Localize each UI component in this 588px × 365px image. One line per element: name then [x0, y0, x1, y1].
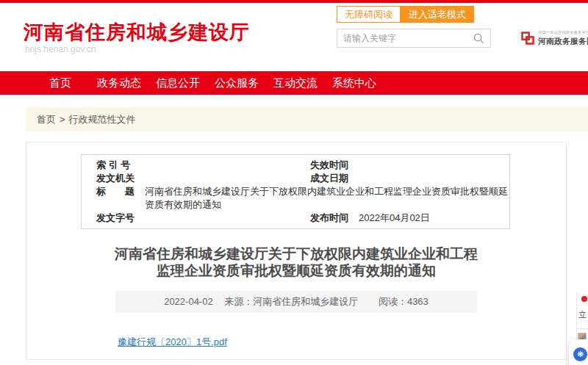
table-row: 索 引 号 失效时间	[82, 159, 509, 172]
divider	[576, 328, 588, 329]
doc-number-value	[135, 212, 145, 225]
search-box	[337, 29, 491, 48]
index-number-label: 索 引 号	[82, 159, 130, 172]
breadcrumb-home-link[interactable]: 首页	[37, 114, 56, 125]
nav-item-system-center[interactable]: 系统中心	[325, 76, 384, 90]
attachment-row: 豫建行规〔2020〕1号.pdf	[118, 335, 566, 349]
document-info-table: 索 引 号 失效时间 发文机关 成文日期 标 题 河南省住房和城乡建设厅关于下放…	[81, 154, 510, 229]
index-number-value	[130, 159, 140, 172]
doc-number-label: 发文字号	[82, 212, 135, 225]
gov-service-emblem-icon	[520, 31, 535, 46]
doc-title-value: 河南省住房和城乡建设厅关于下放权限内建筑业企业和工程监理企业资质审批权暨顺延资质…	[135, 185, 509, 212]
article-date: 2022-04-02	[164, 296, 213, 307]
floating-app-widget[interactable]: ❋	[569, 339, 588, 365]
written-date-label: 成文日期	[295, 172, 348, 185]
table-row: 标 题 河南省住房和城乡建设厅关于下放权限内建筑业企业和工程监理企业资质审批权暨…	[82, 185, 509, 212]
publish-time-label: 发布时间	[295, 212, 348, 225]
document-card: 索 引 号 失效时间 发文机关 成文日期 标 题 河南省住房和城乡建设厅关于下放…	[26, 142, 567, 360]
article-source: 来源：河南省住房和城乡建设厅	[224, 296, 358, 307]
search-icon[interactable]	[473, 33, 484, 44]
main-nav: 首页 政务动态 信息公开 公众服务 互动交流 系统中心	[0, 71, 588, 95]
notification-dot-icon	[581, 296, 587, 302]
table-row: 发文字号 发布时间 2022年04月02日	[82, 212, 509, 225]
article-title-line1: 河南省住房和城乡建设厅关于下放权限内建筑业企业和工程	[115, 246, 478, 261]
gov-site-text: 河南政务服务网	[538, 36, 588, 47]
issuing-agency-label: 发文机关	[82, 172, 135, 185]
gov-service-logo[interactable]: 全国一体化在线政务服务平台 河南政务服务网	[520, 29, 588, 47]
article-views: 阅读：4363	[379, 296, 429, 307]
expiry-time-label: 失效时间	[295, 159, 348, 172]
nav-item-public-service[interactable]: 公众服务	[207, 76, 266, 90]
site-url: hnjs.henan.gov.cn	[25, 44, 96, 54]
nav-item-home[interactable]: 首页	[31, 76, 90, 90]
issuing-agency-value	[135, 172, 145, 185]
breadcrumb-separator: >	[60, 114, 65, 125]
expiry-time-value	[348, 159, 359, 172]
doc-title-label: 标 题	[82, 185, 135, 212]
article-meta-bar: 2022-04-02 来源：河南省住房和城乡建设厅 阅读：4363	[115, 291, 477, 313]
breadcrumb-current: 行政规范性文件	[69, 114, 136, 125]
header-controls: 无障碍阅读 进入适老模式 全国一体化在线政务服务平台 河南政务服务网	[337, 6, 491, 48]
publish-time-value: 2022年04月02日	[348, 212, 430, 225]
breadcrumb: 首页>行政规范性文件	[26, 107, 588, 131]
blue-app-icon: ❋	[573, 347, 587, 361]
site-title: 河南省住房和城乡建设厅	[24, 19, 250, 46]
nav-item-interaction[interactable]: 互动交流	[266, 76, 325, 90]
nav-item-info-disclosure[interactable]: 信息公开	[148, 76, 207, 90]
attachment-pdf-link[interactable]: 豫建行规〔2020〕1号.pdf	[118, 336, 227, 347]
elder-mode-button[interactable]: 进入适老模式	[401, 6, 474, 23]
search-input[interactable]	[337, 29, 466, 47]
gov-platform-text: 全国一体化在线政务服务平台	[538, 29, 588, 35]
article-title: 河南省住房和城乡建设厅关于下放权限内建筑业企业和工程监理企业资质审批权暨顺延资质…	[26, 245, 566, 279]
accessibility-button[interactable]: 无障碍阅读	[337, 6, 401, 23]
article-title-line2: 监理企业资质审批权暨顺延资质有效期的通知	[157, 263, 436, 278]
site-header: 河南省住房和城乡建设厅 hnjs.henan.gov.cn 无障碍阅读 进入适老…	[0, 3, 588, 71]
table-row: 发文机关 成文日期	[82, 172, 509, 185]
nav-item-news[interactable]: 政务动态	[90, 76, 148, 90]
written-date-value	[348, 172, 359, 185]
floating-panel-partial-text: 立	[578, 309, 587, 320]
